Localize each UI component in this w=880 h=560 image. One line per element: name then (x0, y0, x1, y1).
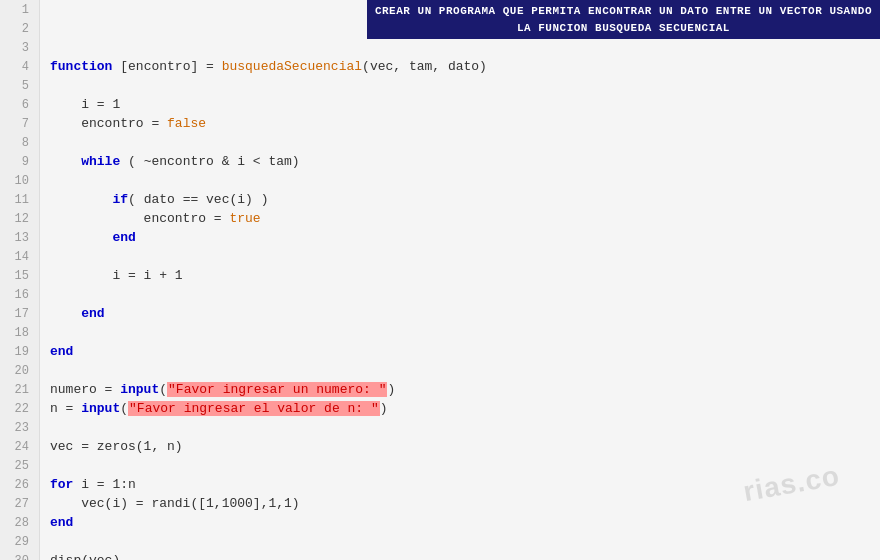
line-content: disp(vec) (40, 553, 120, 560)
table-row: 29 (0, 532, 880, 551)
tooltip-box: CREAR UN PROGRAMA QUE PERMITA ENCONTRAR … (367, 0, 880, 39)
line-number: 24 (0, 437, 40, 456)
table-row: 9 while ( ~encontro & i < tam) (0, 152, 880, 171)
table-row: 14 (0, 247, 880, 266)
code-area: 1234function [encontro] = busquedaSecuen… (0, 0, 880, 560)
line-number: 6 (0, 95, 40, 114)
table-row: 13 end (0, 228, 880, 247)
line-number: 15 (0, 266, 40, 285)
line-number: 13 (0, 228, 40, 247)
line-content: for i = 1:n (40, 477, 136, 492)
line-content: end (40, 306, 105, 321)
line-number: 19 (0, 342, 40, 361)
table-row: 24vec = zeros(1, n) (0, 437, 880, 456)
line-number: 18 (0, 323, 40, 342)
table-row: 10 (0, 171, 880, 190)
line-number: 3 (0, 38, 40, 57)
line-content: i = i + 1 (40, 268, 183, 283)
line-content: encontro = true (40, 211, 261, 226)
table-row: 3 (0, 38, 880, 57)
line-number: 4 (0, 57, 40, 76)
line-content: end (40, 515, 73, 530)
table-row: 20 (0, 361, 880, 380)
line-number: 29 (0, 532, 40, 551)
line-content: while ( ~encontro & i < tam) (40, 154, 300, 169)
table-row: 26for i = 1:n (0, 475, 880, 494)
line-content: i = 1 (40, 97, 120, 112)
line-number: 1 (0, 0, 40, 19)
line-number: 14 (0, 247, 40, 266)
tooltip-line1: CREAR UN PROGRAMA QUE PERMITA ENCONTRAR … (375, 5, 872, 17)
line-number: 8 (0, 133, 40, 152)
table-row: 6 i = 1 (0, 95, 880, 114)
line-content: end (40, 344, 73, 359)
line-number: 23 (0, 418, 40, 437)
line-number: 16 (0, 285, 40, 304)
line-number: 9 (0, 152, 40, 171)
line-number: 2 (0, 19, 40, 38)
line-number: 7 (0, 114, 40, 133)
table-row: 12 encontro = true (0, 209, 880, 228)
table-row: 15 i = i + 1 (0, 266, 880, 285)
line-number: 27 (0, 494, 40, 513)
table-row: 16 (0, 285, 880, 304)
line-number: 25 (0, 456, 40, 475)
line-number: 22 (0, 399, 40, 418)
line-number: 10 (0, 171, 40, 190)
table-row: 11 if( dato == vec(i) ) (0, 190, 880, 209)
line-content: numero = input("Favor ingresar un numero… (40, 382, 395, 397)
table-row: 28end (0, 513, 880, 532)
line-content: function [encontro] = busquedaSecuencial… (40, 59, 487, 74)
line-number: 21 (0, 380, 40, 399)
table-row: 18 (0, 323, 880, 342)
table-row: 23 (0, 418, 880, 437)
table-row: 22n = input("Favor ingresar el valor de … (0, 399, 880, 418)
table-row: 21numero = input("Favor ingresar un nume… (0, 380, 880, 399)
line-content: end (40, 230, 136, 245)
code-editor: CREAR UN PROGRAMA QUE PERMITA ENCONTRAR … (0, 0, 880, 560)
table-row: 25 (0, 456, 880, 475)
line-number: 12 (0, 209, 40, 228)
table-row: 4function [encontro] = busquedaSecuencia… (0, 57, 880, 76)
line-content: encontro = false (40, 116, 206, 131)
line-number: 5 (0, 76, 40, 95)
line-number: 28 (0, 513, 40, 532)
line-number: 11 (0, 190, 40, 209)
line-content: vec = zeros(1, n) (40, 439, 183, 454)
table-row: 17 end (0, 304, 880, 323)
line-number: 30 (0, 551, 40, 560)
table-row: 30disp(vec) (0, 551, 880, 560)
table-row: 27 vec(i) = randi([1,1000],1,1) (0, 494, 880, 513)
line-content: if( dato == vec(i) ) (40, 192, 268, 207)
line-number: 17 (0, 304, 40, 323)
table-row: 8 (0, 133, 880, 152)
line-number: 20 (0, 361, 40, 380)
line-number: 26 (0, 475, 40, 494)
table-row: 19end (0, 342, 880, 361)
line-content: vec(i) = randi([1,1000],1,1) (40, 496, 300, 511)
line-content: n = input("Favor ingresar el valor de n:… (40, 401, 388, 416)
tooltip-line2: LA FUNCION BUSQUEDA SECUENCIAL (517, 22, 730, 34)
table-row: 7 encontro = false (0, 114, 880, 133)
table-row: 5 (0, 76, 880, 95)
